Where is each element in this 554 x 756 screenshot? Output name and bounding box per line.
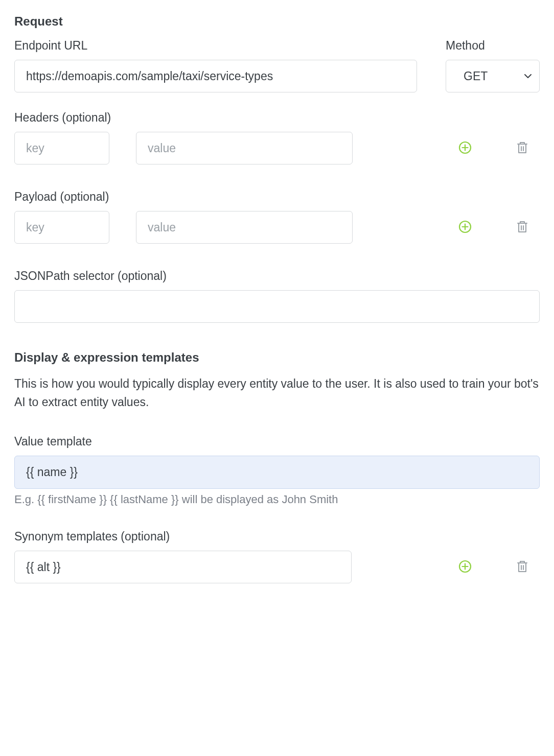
method-select[interactable]: GET (446, 60, 540, 92)
delete-header-button[interactable] (515, 141, 529, 155)
payload-key-input[interactable] (14, 211, 109, 244)
payload-value-input[interactable] (136, 211, 353, 244)
value-template-label: Value template (14, 435, 540, 448)
jsonpath-label: JSONPath selector (optional) (14, 269, 540, 283)
payload-label: Payload (optional) (14, 190, 540, 204)
value-template-hint: E.g. {{ firstName }} {{ lastName }} will… (14, 493, 540, 506)
delete-synonym-button[interactable] (515, 560, 529, 574)
trash-icon (516, 220, 528, 235)
plus-circle-icon (458, 220, 472, 235)
add-payload-button[interactable] (458, 220, 472, 234)
synonym-templates-label: Synonym templates (optional) (14, 530, 540, 544)
header-key-input[interactable] (14, 132, 109, 164)
endpoint-url-label: Endpoint URL (14, 39, 417, 53)
jsonpath-input[interactable] (14, 290, 540, 323)
headers-label: Headers (optional) (14, 111, 540, 125)
add-header-button[interactable] (458, 141, 472, 155)
templates-description: This is how you would typically display … (14, 375, 540, 411)
plus-circle-icon (458, 560, 472, 575)
delete-payload-button[interactable] (515, 220, 529, 234)
request-heading: Request (14, 14, 540, 29)
synonym-template-input[interactable] (14, 551, 352, 583)
add-synonym-button[interactable] (458, 560, 472, 574)
trash-icon (516, 141, 528, 156)
method-label: Method (446, 39, 540, 53)
header-value-input[interactable] (136, 132, 353, 164)
trash-icon (516, 560, 528, 575)
plus-circle-icon (458, 141, 472, 156)
value-template-input[interactable]: {{ name }} (14, 456, 540, 489)
templates-heading: Display & expression templates (14, 350, 540, 365)
endpoint-url-input[interactable] (14, 60, 417, 92)
